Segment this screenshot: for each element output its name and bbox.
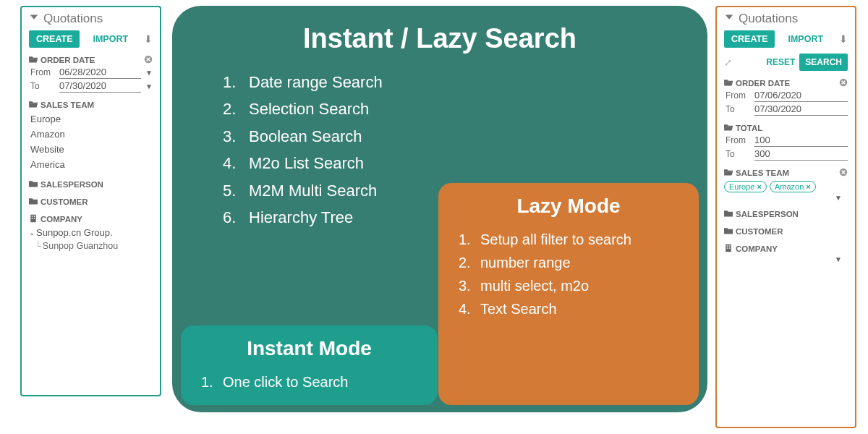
caret-down-icon[interactable]: ▼	[145, 69, 153, 77]
svg-rect-9	[727, 245, 728, 247]
salesperson-label: SALESPERSON	[41, 180, 103, 189]
company-tree-child[interactable]: └ Sunpop Guanzhou	[29, 239, 153, 252]
instant-mode-box: Instant Mode 1.One click to Search	[181, 326, 438, 405]
sales-team-chips: Europe× Amazon×	[724, 181, 848, 192]
to-label: To	[726, 104, 750, 114]
folder-open-icon	[29, 100, 38, 110]
tree-child-label: Sunpop Guanzhou	[43, 241, 118, 251]
chevron-down-icon[interactable]	[29, 12, 39, 26]
order-date-from-input[interactable]: 07/06/2020	[754, 90, 848, 102]
total-header[interactable]: TOTAL	[724, 123, 848, 133]
reset-button[interactable]: RESET	[766, 57, 795, 67]
sales-team-item[interactable]: Website	[29, 142, 153, 157]
panel-title-text: Quotations	[43, 12, 103, 26]
sales-team-item[interactable]: America	[29, 157, 153, 172]
hero-title: Instant / Lazy Search	[194, 23, 686, 54]
create-button[interactable]: CREATE	[29, 30, 80, 48]
from-label: From	[30, 67, 55, 77]
create-button[interactable]: CREATE	[724, 30, 775, 48]
order-date-header[interactable]: ORDER DATE	[724, 78, 848, 88]
remove-chip-icon[interactable]: ×	[806, 182, 810, 191]
company-header[interactable]: COMPANY	[29, 214, 153, 224]
order-date-from-input[interactable]: 06/28/2020	[59, 67, 141, 79]
order-date-header[interactable]: ORDER DATE	[29, 55, 153, 65]
tree-branch-icon: └	[35, 241, 41, 251]
expand-icon[interactable]: ⤢	[724, 57, 732, 68]
sales-team-header[interactable]: SALES TEAM	[724, 168, 848, 178]
sales-team-label: SALES TEAM	[41, 101, 94, 109]
lazy-mode-box: Lazy Mode 1.Setup all filter to search 2…	[438, 183, 699, 405]
order-date-to-row: To 07/30/2020 ▼	[29, 80, 153, 93]
tree-parent-label: Sunpop.cn Group.	[36, 227, 113, 238]
order-date-to-input[interactable]: 07/30/2020	[59, 80, 141, 93]
download-icon[interactable]: ⬇	[839, 33, 848, 45]
search-button[interactable]: SEARCH	[799, 54, 848, 71]
order-date-to-input[interactable]: 07/30/2020	[754, 103, 848, 116]
import-button[interactable]: IMPORT	[85, 30, 135, 48]
total-to-row: To 300	[724, 148, 848, 161]
remove-chip-icon[interactable]: ×	[757, 182, 761, 191]
chevron-down-icon: ⌄	[29, 229, 35, 237]
total-from-row: From 100	[724, 135, 848, 147]
sales-team-header[interactable]: SALES TEAM	[29, 100, 153, 110]
from-label: From	[726, 135, 750, 145]
sales-team-chip[interactable]: Europe×	[724, 181, 767, 192]
instant-mode-list: 1.One click to Search	[201, 370, 422, 393]
order-date-from-row: From 07/06/2020	[724, 90, 848, 102]
lazy-panel: Quotations CREATE IMPORT ⬇ ⤢ RESET SEARC…	[715, 6, 856, 428]
feature-item: 1.Date range Search	[223, 69, 686, 95]
company-header[interactable]: COMPANY	[724, 244, 848, 254]
salesperson-header[interactable]: SALESPERSON	[724, 209, 848, 219]
import-button[interactable]: IMPORT	[780, 30, 830, 48]
svg-rect-4	[32, 218, 33, 219]
clear-order-date-icon[interactable]	[839, 78, 848, 88]
caret-down-icon[interactable]: ▼	[835, 255, 842, 263]
feature-item: 3.Boolean Search	[223, 123, 686, 150]
order-date-to-row: To 07/30/2020	[724, 103, 848, 116]
folder-open-icon	[724, 123, 733, 133]
download-icon[interactable]: ⬇	[144, 33, 153, 45]
company-label: COMPANY	[736, 244, 778, 253]
salesperson-label: SALESPERSON	[736, 210, 799, 218]
instant-panel: Quotations CREATE IMPORT ⬇ ORDER DATE Fr…	[20, 6, 161, 396]
lazy-mode-list: 1.Setup all filter to search 2.number ra…	[459, 228, 683, 320]
sales-team-item[interactable]: Europe	[29, 111, 153, 127]
folder-icon	[724, 209, 733, 219]
company-tree-parent[interactable]: ⌄ Sunpop.cn Group.	[29, 226, 153, 239]
clear-sales-team-icon[interactable]	[839, 168, 848, 178]
svg-rect-3	[34, 216, 35, 217]
feature-item: 4.M2o List Search	[223, 150, 686, 176]
total-from-input[interactable]: 100	[754, 135, 848, 147]
folder-open-icon	[724, 168, 733, 178]
button-row: CREATE IMPORT ⬇	[29, 30, 153, 48]
order-date-label: ORDER DATE	[41, 56, 95, 64]
sales-team-chip[interactable]: Amazon×	[770, 181, 816, 192]
chevron-down-icon[interactable]	[724, 12, 734, 26]
caret-down-icon[interactable]: ▼	[835, 194, 842, 202]
total-to-input[interactable]: 300	[754, 148, 848, 161]
to-label: To	[726, 149, 750, 159]
caret-down-icon[interactable]: ▼	[145, 82, 153, 90]
svg-rect-11	[727, 247, 728, 249]
folder-open-icon	[29, 55, 38, 65]
sales-team-label: SALES TEAM	[736, 169, 789, 177]
instant-mode-title: Instant Mode	[197, 337, 422, 360]
svg-rect-8	[726, 244, 731, 252]
clear-order-date-icon[interactable]	[144, 55, 153, 65]
customer-label: CUSTOMER	[736, 227, 783, 236]
svg-rect-5	[34, 218, 35, 219]
to-label: To	[30, 81, 55, 91]
customer-header[interactable]: CUSTOMER	[29, 197, 153, 207]
mode-item: 3.multi select, m2o	[459, 274, 683, 297]
total-label: TOTAL	[736, 124, 762, 132]
svg-rect-2	[32, 216, 33, 217]
panel-title-text: Quotations	[739, 12, 798, 26]
panel-title-row: Quotations	[29, 12, 153, 26]
sales-team-item[interactable]: Amazon	[29, 127, 153, 142]
lazy-mode-title: Lazy Mode	[454, 195, 683, 218]
order-date-label: ORDER DATE	[736, 79, 790, 88]
folder-icon	[29, 179, 38, 190]
customer-header[interactable]: CUSTOMER	[724, 226, 848, 237]
center-hero: Instant / Lazy Search 1.Date range Searc…	[172, 6, 707, 412]
salesperson-header[interactable]: SALESPERSON	[29, 179, 153, 190]
